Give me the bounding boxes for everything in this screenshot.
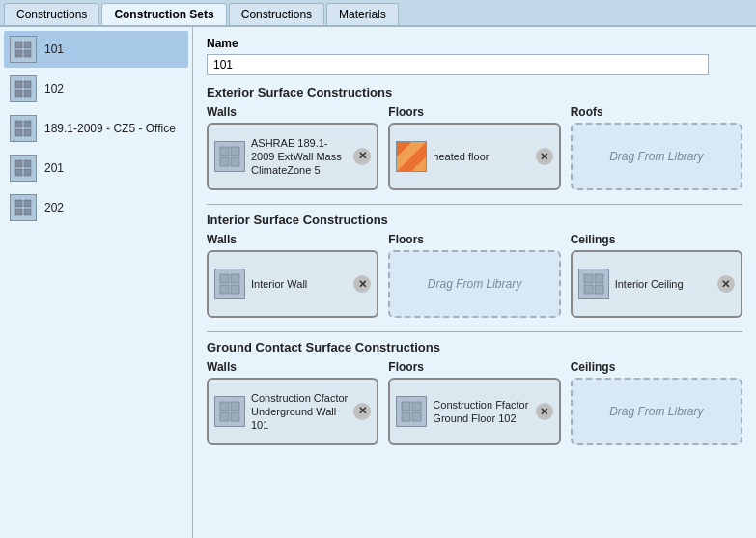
- svg-rect-1: [24, 42, 31, 48]
- svg-rect-8: [15, 121, 22, 127]
- ground-floors-label: Floors: [388, 360, 560, 374]
- interior-wall-icon: [214, 269, 245, 299]
- svg-rect-27: [231, 285, 239, 294]
- name-input[interactable]: [207, 54, 709, 75]
- interior-title: Interior Surface Constructions: [207, 212, 742, 227]
- ground-floor-text: Construction Ffactor Ground Floor 102: [433, 398, 529, 426]
- interior-wall-card-inner: Interior Wall ✕: [214, 269, 371, 299]
- svg-rect-38: [402, 412, 410, 421]
- construction-set-icon-202: [10, 194, 37, 221]
- sidebar-item-101[interactable]: 101: [4, 31, 188, 68]
- svg-rect-33: [231, 402, 239, 411]
- sidebar-item-102[interactable]: 102: [4, 71, 188, 107]
- ground-section: Ground Contact Surface Constructions Wal…: [207, 340, 742, 445]
- exterior-section: Exterior Surface Constructions Walls ASH…: [207, 85, 742, 190]
- exterior-floor-card: heated floor ✕: [388, 123, 560, 190]
- svg-rect-32: [220, 402, 229, 411]
- sidebar-item-189[interactable]: 189.1-2009 - CZ5 - Office: [4, 110, 188, 147]
- interior-walls-label: Walls: [207, 233, 378, 246]
- exterior-wall-card-inner: ASHRAE 189.1-2009 ExtWall Mass ClimateZo…: [214, 136, 371, 178]
- svg-rect-12: [15, 160, 22, 167]
- name-section: Name: [207, 37, 742, 75]
- interior-ceiling-icon: [578, 269, 609, 299]
- svg-rect-26: [220, 285, 229, 294]
- svg-rect-28: [584, 274, 593, 283]
- svg-rect-9: [24, 121, 31, 127]
- ground-floor-remove-button[interactable]: ✕: [536, 403, 553, 420]
- top-tabs-bar: Constructions Construction Sets Construc…: [0, 0, 756, 27]
- interior-floor-card: Drag From Library: [388, 250, 560, 318]
- tab-constructions-right[interactable]: Constructions: [229, 3, 324, 25]
- svg-rect-20: [220, 147, 229, 156]
- interior-ceiling-card: Interior Ceiling ✕: [571, 250, 742, 318]
- construction-set-icon-201: [10, 155, 37, 182]
- interior-section: Interior Surface Constructions Walls Int…: [207, 212, 742, 318]
- exterior-wall-remove-button[interactable]: ✕: [353, 148, 371, 165]
- interior-ceilings-col: Ceilings Interior Ceiling ✕: [571, 233, 742, 318]
- exterior-floor-icon: [396, 141, 427, 172]
- exterior-floors-col: Floors heated floor ✕: [388, 105, 560, 190]
- svg-rect-14: [15, 169, 22, 176]
- exterior-floor-card-inner: heated floor ✕: [396, 141, 552, 172]
- svg-rect-23: [231, 157, 239, 166]
- ground-floor-icon: [396, 396, 427, 427]
- divider-2: [207, 331, 742, 332]
- ground-floor-card: Construction Ffactor Ground Floor 102 ✕: [388, 378, 560, 445]
- svg-rect-29: [595, 274, 603, 283]
- svg-rect-31: [595, 285, 603, 294]
- svg-rect-25: [231, 274, 239, 283]
- svg-rect-39: [412, 412, 421, 421]
- ground-wall-icon: [214, 396, 245, 427]
- svg-rect-21: [231, 147, 239, 156]
- ground-floor-card-inner: Construction Ffactor Ground Floor 102 ✕: [396, 396, 552, 427]
- ground-ceilings-label: Ceilings: [571, 360, 742, 374]
- interior-ceilings-label: Ceilings: [571, 233, 742, 246]
- svg-rect-30: [584, 285, 593, 294]
- ground-wall-remove-button[interactable]: ✕: [353, 403, 371, 420]
- ground-ceiling-card: Drag From Library: [571, 378, 742, 445]
- interior-wall-card: Interior Wall ✕: [207, 250, 378, 318]
- divider-1: [207, 204, 742, 205]
- construction-set-icon-189: [10, 115, 37, 142]
- ground-walls-label: Walls: [207, 360, 378, 374]
- interior-ceiling-remove-button[interactable]: ✕: [717, 275, 735, 293]
- interior-wall-remove-button[interactable]: ✕: [353, 275, 371, 293]
- exterior-floor-remove-button[interactable]: ✕: [536, 148, 553, 165]
- content-area: Name Exterior Surface Constructions Wall…: [193, 27, 756, 538]
- main-container: 101 102 189.1-2009 - CZ5 - Office 201 20…: [0, 27, 756, 538]
- svg-rect-36: [402, 402, 410, 411]
- exterior-row: Walls ASHRAE 189.1-2009 ExtWall Mass Cli…: [207, 105, 742, 190]
- interior-wall-text: Interior Wall: [251, 277, 348, 291]
- sidebar-label-189: 189.1-2009 - CZ5 - Office: [44, 122, 176, 135]
- interior-floor-drag-text: Drag From Library: [428, 277, 521, 291]
- ground-wall-text: Construction Cfactor Underground Wall 10…: [251, 391, 348, 433]
- exterior-roof-card: Drag From Library: [571, 123, 742, 190]
- svg-rect-11: [24, 129, 31, 136]
- svg-rect-0: [15, 42, 22, 48]
- tab-construction-sets[interactable]: Construction Sets: [101, 3, 226, 25]
- construction-set-icon-102: [10, 75, 37, 102]
- svg-rect-34: [220, 412, 229, 421]
- svg-rect-16: [15, 200, 22, 207]
- interior-ceiling-text: Interior Ceiling: [615, 277, 712, 291]
- exterior-walls-label: Walls: [207, 105, 378, 119]
- tab-constructions-left[interactable]: Constructions: [4, 3, 99, 25]
- tab-materials[interactable]: Materials: [326, 3, 399, 25]
- sidebar-item-202[interactable]: 202: [4, 189, 188, 226]
- exterior-wall-card: ASHRAE 189.1-2009 ExtWall Mass ClimateZo…: [207, 123, 378, 190]
- svg-rect-15: [24, 169, 31, 176]
- svg-rect-13: [24, 160, 31, 167]
- exterior-wall-text: ASHRAE 189.1-2009 ExtWall Mass ClimateZo…: [251, 136, 348, 178]
- exterior-roofs-col: Roofs Drag From Library: [571, 105, 742, 190]
- svg-rect-18: [15, 209, 22, 215]
- svg-rect-2: [15, 50, 22, 57]
- exterior-floor-text: heated floor: [433, 150, 529, 163]
- sidebar-item-201[interactable]: 201: [4, 150, 188, 186]
- ground-floors-col: Floors Construction Ffactor Ground Floor…: [388, 360, 560, 445]
- interior-ceiling-card-inner: Interior Ceiling ✕: [578, 269, 735, 299]
- svg-rect-22: [220, 157, 229, 166]
- svg-rect-4: [15, 81, 22, 88]
- exterior-walls-col: Walls ASHRAE 189.1-2009 ExtWall Mass Cli…: [207, 105, 378, 190]
- ground-ceilings-col: Ceilings Drag From Library: [571, 360, 742, 445]
- sidebar: 101 102 189.1-2009 - CZ5 - Office 201 20…: [0, 27, 193, 538]
